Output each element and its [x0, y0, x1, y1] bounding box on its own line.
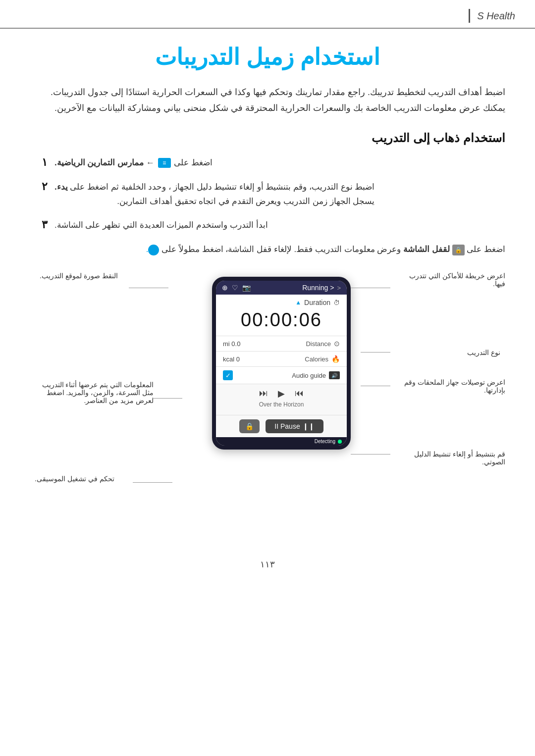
lock-icon-inline: 🔒 [452, 245, 465, 255]
header-divider [469, 9, 470, 23]
audio-label: Audio guide [292, 372, 326, 379]
section-heading: استخدام ذهاب إلى التدريب [30, 131, 505, 145]
line-audio [351, 454, 390, 454]
music-title: Over the Horizon [223, 401, 340, 408]
phone-mockup: < < Running 📷 ♡ ⊕ ⏱ Duration ▲ [212, 277, 351, 450]
annotation-workout-type: نوع التدريب [467, 349, 500, 356]
music-controls: ⏮ ▶ ⏭ Over the Horizon [216, 384, 347, 415]
step-2-content: اضبط نوع التدريب، وقم بتنشيط أو إلغاء تن… [54, 180, 374, 209]
pause-label: II Pause [274, 422, 300, 430]
lock-note: اضغط على 🔒 لقفل الشاشة وعرض معلومات التد… [30, 243, 505, 257]
distance-label: Distance [306, 340, 331, 348]
annotation-top-left: النقط صورة لموقع التدريب. [40, 272, 118, 280]
pause-icon: ❙❙ [303, 422, 315, 430]
phone-topbar: < < Running 📷 ♡ ⊕ [216, 281, 347, 295]
topbar-left: < < Running [302, 284, 341, 292]
play-icon[interactable]: ▶ [278, 388, 285, 399]
annotation-top-right: اعرض خريطة للأماكن التي تتدرب فيها. [396, 272, 505, 288]
pause-button[interactable]: ❙❙ II Pause [266, 419, 323, 433]
page-number: ١١٣ [30, 559, 505, 585]
annotation-music: تحكم في تشغيل الموسيقى. [35, 475, 114, 483]
line-top-left [129, 288, 168, 288]
audio-row[interactable]: 🔊 Audio guide ✓ [216, 366, 347, 384]
audio-icon: 🔊 [331, 373, 337, 378]
step-1-number: ١ [35, 156, 54, 169]
annotation-accessories: اعرض توصيلات جهاز الملحقات وقم بإدارتها. [396, 378, 505, 394]
line-info [153, 398, 182, 399]
calories-left: 🔥 Calories [305, 355, 340, 363]
calories-value: 0 kcal [223, 355, 240, 363]
duration-icon: ⏱ [333, 299, 340, 306]
diagram-container: اعرض خريطة للأماكن التي تتدرب فيها. النق… [30, 272, 505, 539]
heart-icon[interactable]: ♡ [232, 284, 238, 292]
gps-dot [338, 440, 342, 444]
lock-button[interactable]: 🔒 [239, 419, 260, 433]
lock-phone-icon: 🔒 [245, 422, 254, 430]
header-title: S Health [477, 10, 515, 22]
step-3-content: ابدأ التدرب واستخدم الميزات العديدة التي… [54, 218, 268, 233]
line-music [133, 482, 172, 483]
duration-timer: 00:00:06 [223, 306, 340, 334]
gps-label: Detecting [315, 439, 335, 444]
distance-icon: ⊙ [334, 340, 340, 348]
calories-label: Calories [305, 355, 328, 363]
bottom-controls: ❙❙ II Pause 🔒 [216, 415, 347, 437]
running-label: < Running [302, 284, 334, 292]
annotation-audio: قم بتنشيط أو إلغاء تنشيط الدليل الصوتي. [396, 450, 505, 466]
step-3: ٣ ابدأ التدرب واستخدم الميزات العديدة ال… [30, 218, 505, 233]
duration-header: ⏱ Duration ▲ [223, 299, 340, 306]
circle-icon: ⊕ [148, 245, 159, 255]
prev-track-icon[interactable]: ⏮ [295, 388, 304, 399]
line-type [361, 352, 390, 353]
duration-label: Duration [304, 299, 330, 306]
step-2: ٢ اضبط نوع التدريب، وقم بتنشيط أو إلغاء … [30, 180, 505, 209]
topbar-icons: 📷 ♡ ⊕ [222, 284, 251, 292]
distance-row: ⊙ Distance 0.0 mi [216, 336, 347, 351]
back-arrow-icon: < [337, 284, 341, 292]
next-track-icon[interactable]: ⏭ [259, 388, 268, 399]
main-content: استخدام زميل التدريبات اضبط أهداف التدري… [0, 44, 535, 585]
audio-checkbox[interactable]: ✓ [223, 370, 233, 380]
page-title: استخدام زميل التدريبات [30, 44, 505, 70]
phone-screen: < < Running 📷 ♡ ⊕ ⏱ Duration ▲ [216, 281, 347, 446]
distance-left: ⊙ Distance [306, 340, 340, 348]
annotation-info: المعلومات التي يتم عرضها أثناء التدريب م… [35, 381, 154, 404]
duration-section: ⏱ Duration ▲ 00:00:06 [216, 295, 347, 336]
duration-arrow: ▲ [295, 299, 301, 306]
page-header: S Health [0, 0, 535, 29]
audio-left: 🔊 Audio guide [292, 371, 340, 379]
line-top-right [351, 288, 390, 288]
audio-icon-box: 🔊 [329, 371, 340, 379]
calories-row: 🔥 Calories 0 kcal [216, 351, 347, 366]
menu-icon: ≡ [158, 158, 171, 168]
calories-icon: 🔥 [331, 355, 340, 363]
step-2-number: ٢ [35, 180, 54, 193]
share-icon[interactable]: ⊕ [222, 284, 228, 292]
distance-value: 0.0 mi [223, 340, 240, 348]
camera-icon[interactable]: 📷 [242, 284, 251, 292]
step-1: ١ اضغط على ≡ ← ممارس التمارين الرياضية. [30, 156, 505, 170]
step-1-content: اضغط على ≡ ← ممارس التمارين الرياضية. [54, 156, 213, 170]
gps-badge: Detecting [216, 437, 347, 446]
music-buttons: ⏮ ▶ ⏭ [223, 388, 340, 399]
step-3-number: ٣ [35, 218, 54, 231]
intro-text: اضبط أهداف التدريب لتخطيط تدريبك. راجع م… [30, 84, 505, 116]
line-accessories [361, 386, 390, 386]
